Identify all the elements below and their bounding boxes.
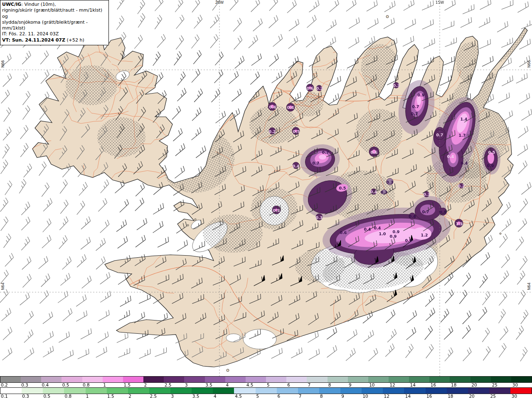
wind-barb [117, 310, 131, 320]
valid-offset: (+52 h) [65, 37, 84, 43]
wind-barb [0, 327, 13, 340]
wind-barb [420, 19, 435, 29]
wind-barb [149, 52, 161, 66]
wind-barb [21, 330, 34, 342]
colorbar-segment [511, 377, 532, 382]
wind-barb [402, 19, 417, 29]
colorbar-tick: 16 [426, 394, 432, 399]
colorbar-tick: 9 [341, 394, 344, 399]
wind-barb [97, 220, 110, 233]
wind-barb [0, 90, 11, 103]
wind-barb [211, 70, 224, 83]
wind-barb [188, 34, 200, 48]
colorbar-segment [21, 377, 41, 382]
colorbar-tick: 20 [471, 382, 477, 387]
colorbar-segment [389, 377, 409, 382]
colorbar-tick: 1.5 [123, 382, 131, 387]
wind-barb [284, 0, 298, 13]
colorbar-tick: 0.3 [22, 394, 29, 399]
wind-barb [401, 0, 416, 10]
wind-barb [19, 91, 31, 105]
colorbar-tick: 30 [512, 394, 517, 399]
wind-barb [480, 56, 495, 66]
wind-barb [132, 198, 145, 211]
colorbar-segment [149, 388, 170, 394]
wind-barb [270, 34, 284, 47]
colorbar-segment [404, 388, 425, 394]
wind-barb [0, 127, 12, 140]
colorbar-tick: 9 [349, 382, 352, 387]
wind-barb [0, 160, 9, 174]
colorbar-tick: 1 [103, 382, 106, 387]
wind-barb [150, 221, 165, 233]
wind-barb [18, 217, 32, 230]
colorbar-tick: 2.5 [150, 394, 157, 399]
colorbar-segment [123, 377, 143, 382]
wind-barb [19, 256, 32, 269]
colorbar-segment [234, 388, 255, 394]
wind-barb [515, 144, 529, 156]
colorbar-rain-bar [0, 387, 532, 394]
legend-line-rain: rigning/skúrir (grænt/blátt/rautt - mm/1… [2, 7, 106, 20]
wind-barb [170, 51, 182, 65]
wind-barb [496, 93, 511, 103]
colorbar-tick: 10 [369, 382, 374, 387]
init-time: IT: Fös. 22. 11. 2024 03Z [2, 31, 106, 37]
wind-barb [229, 89, 243, 101]
colorbar-segment [277, 388, 298, 394]
colorbar-segment [43, 388, 64, 394]
colorbar-segment [491, 377, 511, 382]
wind-barb [172, 35, 185, 49]
wind-barb [516, 256, 528, 270]
colorbar-tick: 2 [144, 382, 147, 387]
colorbar-segment [489, 388, 510, 394]
colorbar-tick: 0.5 [43, 394, 50, 399]
wind-barb [402, 344, 414, 357]
wind-barb [266, 54, 280, 67]
wind-barb [78, 237, 92, 249]
colorbar-segment [368, 377, 389, 382]
graticule-label: N64 [1, 283, 5, 290]
colorbar-segment [348, 377, 368, 382]
colorbar-segment [0, 377, 21, 382]
wind-barb [495, 309, 506, 323]
wind-barb [266, 15, 279, 28]
colorbar-tick: 4.5 [235, 394, 242, 399]
wind-barb [174, 71, 186, 85]
colorbar-rain: 0.10.30.50.811.522.533.544.5567891012141… [0, 387, 532, 399]
colorbar-segment [41, 377, 62, 382]
wind-barb [512, 236, 525, 250]
wind-barb [0, 108, 12, 122]
wind-barb [286, 19, 300, 31]
wind-barb [112, 180, 126, 193]
wind-barb [0, 289, 10, 303]
wind-barb [230, 36, 243, 49]
wind-barb [365, 0, 379, 11]
colorbar-sleet-snow-bar [0, 376, 532, 383]
wind-barb [207, 34, 219, 48]
road [7, 87, 47, 147]
wind-barb [17, 143, 30, 157]
wind-barb [55, 291, 69, 303]
wind-barb [35, 162, 47, 176]
wind-barb [190, 15, 203, 29]
colorbar-segment [307, 377, 327, 382]
wind-barb [512, 326, 525, 340]
wind-barb [39, 235, 52, 248]
wind-barb [515, 161, 528, 174]
wind-barb [18, 237, 31, 250]
colorbar-tick: 6 [278, 394, 281, 399]
wind-barb [21, 348, 35, 360]
colorbar-tick: 0.8 [65, 394, 72, 399]
colorbar-segment [192, 388, 213, 394]
colorbar-tick: 3.5 [205, 382, 212, 387]
wind-barb [249, 54, 263, 66]
wind-barb [344, 330, 358, 341]
graticule-label: N64 [527, 283, 531, 290]
colorbar-tick: 0.3 [21, 382, 28, 387]
wind-barb [401, 36, 415, 46]
valid-time-line: VT: Sun. 24.11.2024 07Z (+52 h) [2, 37, 106, 43]
wind-barb [459, 310, 473, 324]
wind-barb [421, 326, 433, 340]
wind-barb [114, 220, 128, 232]
